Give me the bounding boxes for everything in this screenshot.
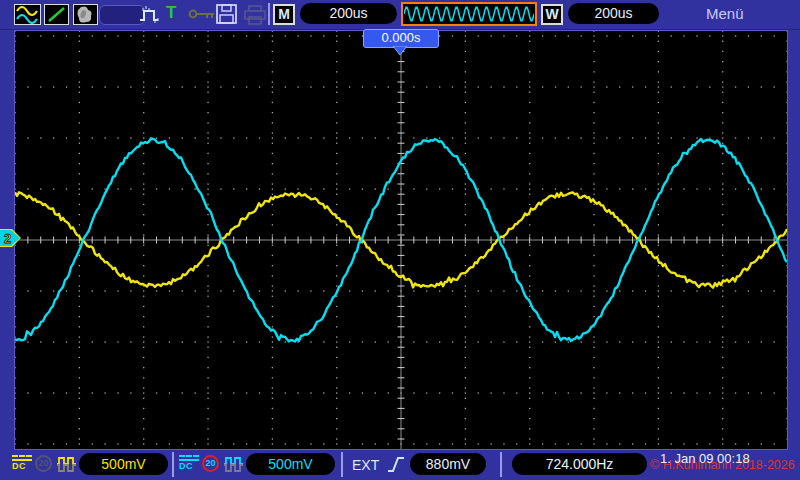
- channel-waves-icon[interactable]: [14, 4, 41, 25]
- ch2-bwlimit-icon[interactable]: [224, 456, 244, 473]
- status-bar: DC 20 500mV DC 20 500mV EXT 880mV 724.00…: [0, 450, 800, 480]
- ch2-probe-badge[interactable]: 20: [202, 455, 219, 472]
- ch2-coupling-dash: [179, 455, 199, 457]
- footer-divider: [341, 452, 343, 477]
- toolbar-divider: [268, 3, 270, 25]
- slope-glyph: [45, 5, 68, 24]
- ch1-bwlimit-icon[interactable]: [57, 456, 77, 473]
- main-timebase-badge[interactable]: M: [273, 4, 295, 25]
- thumbnail-icon[interactable]: [73, 4, 98, 25]
- channel2-level-marker[interactable]: 2: [0, 228, 22, 248]
- trigger-source-label[interactable]: EXT: [352, 457, 379, 473]
- slope-icon[interactable]: [44, 4, 69, 25]
- graticule-and-traces: [15, 31, 787, 449]
- ch2-scale-readout[interactable]: 500mV: [246, 453, 335, 475]
- zoom-window-badge[interactable]: W: [541, 4, 563, 25]
- trigger-level-readout[interactable]: 880mV: [410, 453, 486, 475]
- zoom-timebase-value[interactable]: 200us: [568, 3, 659, 24]
- ch1-scale-readout[interactable]: 500mV: [79, 453, 168, 475]
- save-floppy-icon[interactable]: [216, 4, 238, 25]
- key-icon[interactable]: [188, 8, 216, 20]
- thumbnail-glyph: [74, 5, 97, 24]
- menu-button[interactable]: Menü: [706, 5, 744, 22]
- footer-divider: [172, 452, 174, 477]
- ch1-coupling-dash: [12, 455, 32, 457]
- printer-icon[interactable]: [243, 4, 267, 25]
- ch2-coupling-label: DC: [179, 461, 199, 471]
- top-toolbar: T M 200us W 200us Menü: [0, 0, 800, 30]
- pulse-icon[interactable]: [138, 5, 166, 24]
- ch1-probe-badge[interactable]: 20: [35, 455, 52, 472]
- ch1-coupling-label: DC: [12, 461, 32, 471]
- waveform-display: [14, 30, 788, 450]
- datetime-readout: 1. Jan 09 00:18: [660, 451, 750, 466]
- rising-edge-icon: [387, 453, 405, 475]
- trigger-t-label[interactable]: T: [166, 3, 176, 23]
- zoom-waveform-preview[interactable]: [401, 2, 537, 26]
- oscilloscope-screen: T M 200us W 200us Menü 0.000s: [0, 0, 800, 480]
- ch2-coupling-icon[interactable]: DC: [179, 455, 199, 471]
- footer-divider: [500, 452, 502, 477]
- channel-waves-glyph: [15, 5, 40, 24]
- frequency-counter-readout[interactable]: 724.000Hz: [512, 453, 647, 475]
- preview-sine-glyph: [404, 5, 534, 23]
- ch1-coupling-icon[interactable]: DC: [12, 455, 32, 471]
- main-timebase-value[interactable]: 200us: [300, 3, 397, 24]
- channel-marker-number: 2: [4, 231, 11, 246]
- trigger-position-pointer[interactable]: [393, 46, 407, 55]
